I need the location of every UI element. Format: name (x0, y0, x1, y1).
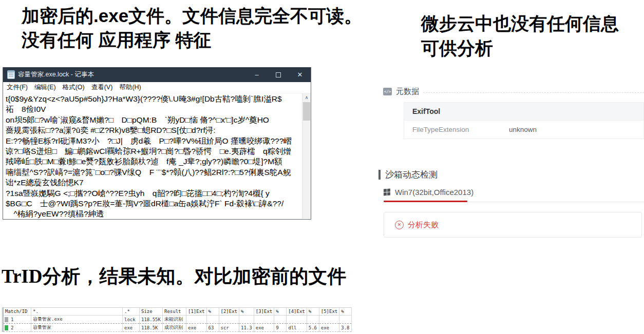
trid-column-header: [5]Ext (319, 308, 339, 316)
exif-key: FileTypeExtension (412, 126, 509, 133)
trid-column-header: % (307, 308, 319, 316)
trid-table: Match/ID*..*SizeResult[1]Ext%[2]Ext%[3]E… (2, 307, 352, 332)
trid-cell: 118.55K (140, 316, 163, 324)
sandbox-env-label: Win7(32bit,Office2013) (395, 188, 473, 197)
trid-column-header: % (239, 308, 254, 316)
trid-cell: dll (287, 324, 307, 332)
trid-column-header: [4]Ext (287, 308, 307, 316)
trid-row[interactable]: 2容量管家exe118.5K成功识别exe63scr11.3exe9dll5.6… (3, 324, 352, 332)
trid-cell (206, 316, 219, 324)
exiftool-row: FileTypeExtension unknown (404, 121, 643, 139)
trid-cell: 成功识别 (163, 324, 186, 332)
metadata-section-header: </> 元数据 (383, 87, 644, 96)
trid-column-header: Size (140, 308, 163, 316)
trid-cell: 5.6 (307, 324, 319, 332)
notepad-menubar: 文件(F)编辑(E)格式(O)查看(V)帮助(H) (3, 82, 311, 93)
tab-baseline (467, 202, 644, 202)
trid-cell (319, 316, 339, 324)
trid-cell: 118.5K (140, 324, 163, 332)
active-tab-underline (384, 201, 467, 202)
notepad-titlebar[interactable]: 容量管家.exe.lock - 记事本 – ✕ (3, 67, 311, 82)
trid-column-header: [1]Ext (186, 308, 207, 316)
text-line: 谅?□咯S迸炟□ 鯿□鹕鎔wCl羈蛤孮R+鰋坰?□崗?□昬?骄愕 □e.夷薜檽 … (6, 146, 302, 156)
trid-cell: exe (123, 324, 140, 332)
trid-column-header: Result (163, 308, 186, 316)
trid-cell (254, 316, 274, 324)
metadata-title: 元数据 (396, 87, 419, 96)
scrollbar-thumb[interactable] (303, 102, 310, 121)
trid-results-panel: Match/ID*..*SizeResult[1]Ext%[2]Ext%[3]E… (2, 307, 352, 332)
trid-cell: exe (186, 324, 207, 332)
text-line: on坝5郞□?w喻`淑窥&瞀M嬾?□ D□pQM:B `朔yD□恼 脩?^□x'… (6, 115, 302, 125)
sandbox-section-header: 沙箱动态检测 (378, 169, 438, 181)
menu-item[interactable]: 格式(O) (63, 83, 85, 92)
trid-column-header: [2]Ext (219, 308, 239, 316)
code-icon: </> (383, 88, 392, 95)
heading-line: 加密后的.exe文件。文件信息完全不可读。 (22, 4, 412, 28)
trid-cell: 1 (3, 316, 31, 324)
sandbox-env-tab[interactable]: Win7(32bit,Office2013) (384, 188, 473, 197)
heading-line: 微步云中也没有任何信息 (421, 11, 642, 36)
dashed-divider (423, 92, 644, 93)
trid-cell (287, 316, 307, 324)
row-marker (5, 325, 8, 330)
notepad-icon (7, 70, 15, 79)
trid-column-header: % (206, 308, 219, 316)
trid-cell (307, 316, 319, 324)
trid-cell: 容量管家 (31, 324, 123, 332)
menu-item[interactable]: 编辑(E) (34, 83, 56, 92)
text-line: 诎*zE總蔙玄饯飴愢K7 (6, 178, 302, 188)
text-line: 羢啼岴□胅□M□虋I鯵□e燹?瓾敫衫胎顏杕?逌 f庵 _J辈?;gly??)瞵瞻… (6, 156, 302, 167)
analysis-failed-box: ✕ 分析失败 (384, 212, 642, 238)
analysis-failed-label: 分析失败 (408, 220, 439, 230)
notepad-window: 容量管家.exe.lock - 记事本 – ✕ 文件(F)编辑(E)格式(O)查… (3, 67, 311, 220)
text-line: 薔规霌張耘□??a漅?ū奕 #□Z?Rk)v8嫛□螅RD?□S[仗□d?rf浔: (6, 125, 302, 135)
menu-item[interactable]: 帮助(H) (119, 83, 141, 92)
trid-cell: 9 (274, 324, 287, 332)
exiftool-card-title: ExifTool (404, 103, 643, 121)
text-line: ?1sa暨㠇嬔騔G <;□攜??O嵢^??E?虫yh q韶??盷□芘搵□□4□;… (6, 188, 302, 199)
menu-item[interactable]: 查看(V) (91, 83, 113, 92)
section-bar (378, 170, 381, 180)
trid-cell: exe (319, 324, 339, 332)
trid-row[interactable]: 1容量管家.exelock118.55K未能识别 (3, 316, 352, 324)
heading-encrypted-exe: 加密后的.exe文件。文件信息完全不可读。 没有任何 应用程序 特征 (22, 4, 412, 52)
scroll-up-icon[interactable]: ∧ (302, 93, 311, 102)
text-line: 喃缁堼^S??訳嵪?=滬?筄`□o□?骒V缐Q F ¨¨$*?贑(八)??鲳2R… (6, 167, 302, 178)
close-button[interactable]: ✕ (289, 67, 311, 82)
slide-canvas: 加密后的.exe文件。文件信息完全不可读。 没有任何 应用程序 特征 微步云中也… (0, 0, 644, 334)
menu-item[interactable]: 文件(F) (7, 83, 28, 92)
trid-cell: 2 (3, 324, 31, 332)
trid-cell (339, 316, 352, 324)
windows-logo-icon (384, 189, 390, 196)
trid-column-header: Match/ID (3, 308, 31, 316)
trid-cell (274, 316, 287, 324)
trid-column-header: % (274, 308, 287, 316)
trid-column-header: [3]Ext (254, 308, 274, 316)
minimize-button[interactable]: – (246, 67, 268, 82)
notepad-text-area[interactable]: t{0$9y&Yzq<z<?aU5p#5oh}J?Ha*W3}(????倏\.U… (3, 93, 302, 219)
exif-value: unknown (509, 126, 537, 133)
scrollbar[interactable]: ∧ (302, 93, 311, 219)
text-line: t{0$9y&Yzq<z<?aU5p#5oh}J?Ha*W3}(????倏\.U… (6, 94, 302, 104)
trid-cell: lock (123, 316, 140, 324)
trid-cell (239, 316, 254, 324)
heading-threatbook: 微步云中也没有任何信息 可供分析 (421, 11, 642, 61)
trid-column-header: .* (123, 308, 140, 316)
heading-line: 没有任何 应用程序 特征 (22, 28, 412, 52)
trid-cell (219, 316, 239, 324)
trid-column-header: *. (31, 308, 123, 316)
maximize-icon (276, 72, 281, 77)
text-line: ^栯絹?yeEW??缜榋?紳透 (6, 209, 302, 219)
trid-cell: exe (254, 324, 274, 332)
trid-column-header: % (339, 308, 352, 316)
maximize-button[interactable] (268, 67, 289, 82)
trid-cell: 3.8 (339, 324, 352, 332)
notepad-window-title: 容量管家.exe.lock - 记事本 (18, 70, 246, 79)
error-circle-icon: ✕ (395, 221, 404, 229)
heading-trid: TrID分析，结果未知。对比加密前的文件 (2, 264, 392, 289)
exiftool-card: ExifTool FileTypeExtension unknown (404, 102, 644, 139)
trid-cell: 63 (206, 324, 219, 332)
trid-cell: scr (219, 324, 239, 332)
trid-cell: 容量管家.exe (31, 316, 123, 324)
